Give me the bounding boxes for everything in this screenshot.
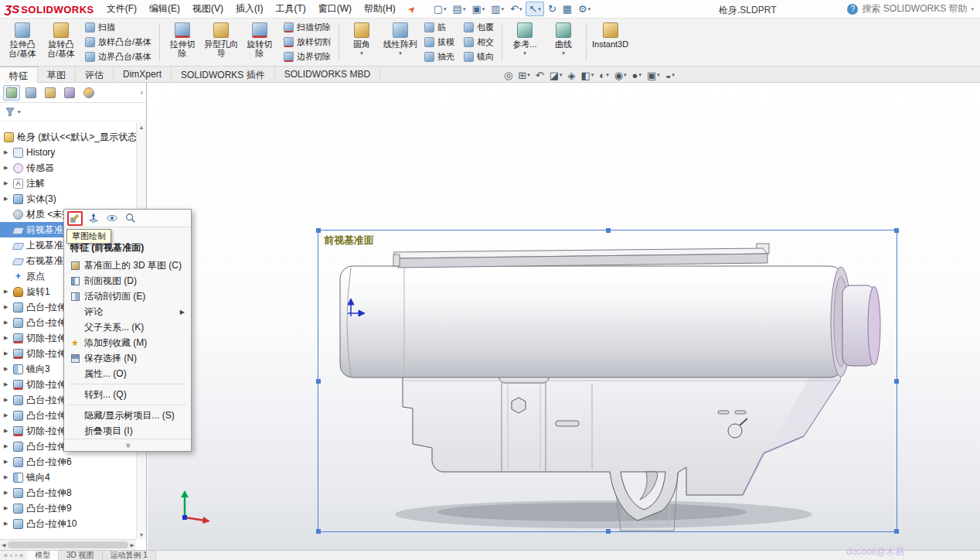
- select-arrow-icon[interactable]: ↖▾: [526, 2, 543, 16]
- display-manager-tab[interactable]: [80, 85, 97, 101]
- fillet-button[interactable]: 圆角▾: [342, 20, 381, 64]
- filter-funnel-icon[interactable]: [5, 108, 15, 117]
- tab-features[interactable]: 特征: [0, 67, 38, 83]
- shell-button[interactable]: 抽壳: [424, 50, 454, 64]
- selection-handle[interactable]: [316, 529, 321, 534]
- feature-manager-tab[interactable]: [3, 85, 20, 101]
- file-properties-icon[interactable]: ▦: [560, 2, 574, 15]
- menu-tools[interactable]: 工具(T): [269, 0, 311, 18]
- selection-handle[interactable]: [606, 228, 611, 233]
- tree-item-boss-extrude6[interactable]: ▶凸台-拉伸6: [0, 454, 136, 470]
- previous-view-icon[interactable]: ↶: [536, 70, 544, 81]
- dynamic-annotation-icon[interactable]: ◈: [567, 70, 575, 81]
- options-gear-icon[interactable]: ⚙▾: [576, 2, 593, 15]
- boundary-cut-button[interactable]: 边界切除: [284, 50, 331, 64]
- expand-arrow-icon[interactable]: ▶: [4, 350, 8, 357]
- expand-arrow-icon[interactable]: ▶: [4, 428, 8, 434]
- sweep-button[interactable]: 扫描: [85, 21, 151, 35]
- zoom-area-icon[interactable]: ⊞▾: [518, 70, 529, 81]
- tab-addins[interactable]: SOLIDWORKS 插件: [172, 67, 275, 83]
- graphics-viewport[interactable]: 前视基准面: [148, 83, 980, 550]
- expand-arrow-icon[interactable]: ▶: [4, 490, 8, 496]
- menu-pin-icon[interactable]: ➤: [405, 2, 418, 15]
- expand-arrow-icon[interactable]: ▶: [4, 149, 8, 155]
- tab-motion-study[interactable]: 运动算例 1: [103, 551, 156, 560]
- selection-handle[interactable]: [894, 228, 899, 233]
- expand-arrow-icon[interactable]: ▶: [4, 459, 8, 465]
- tree-item-mirror4[interactable]: ▶镜向4: [0, 470, 136, 485]
- display-style-icon[interactable]: ◐▾: [599, 70, 608, 81]
- menu-file[interactable]: 文件(F): [100, 0, 143, 18]
- hole-wizard-button[interactable]: 异型孔向导: [202, 20, 240, 64]
- tab-evaluate[interactable]: 评估: [76, 67, 114, 83]
- menu-expand-button[interactable]: «: [64, 439, 191, 451]
- panel-expand-icon[interactable]: ›: [141, 88, 143, 97]
- menu-item-save-selection[interactable]: 保存选择 (N): [64, 350, 191, 366]
- scroll-down-icon[interactable]: ▼: [139, 532, 145, 538]
- expand-arrow-icon[interactable]: ▶: [4, 412, 8, 418]
- expand-arrow-icon[interactable]: ▶: [4, 180, 8, 186]
- dimxpert-manager-tab[interactable]: [61, 85, 78, 101]
- expand-arrow-icon[interactable]: ▶: [4, 304, 8, 310]
- edit-appearance-icon[interactable]: ●▾: [632, 70, 641, 81]
- view-settings-icon[interactable]: ◒▾: [665, 70, 675, 81]
- tree-root-part[interactable]: 枪身 (默认<<默认>_显示状态 1:: [0, 129, 136, 145]
- tree-item-boss-extrude8[interactable]: ▶凸台-拉伸8: [0, 485, 136, 500]
- zoom-fit-icon[interactable]: ◎: [504, 70, 512, 81]
- help-search[interactable]: ? 搜索 SOLIDWORKS 帮助 ▾: [847, 2, 974, 15]
- instant3d-button[interactable]: Instant3D: [590, 20, 631, 64]
- menu-item-add-to-favorites[interactable]: ★添加到收藏 (M): [64, 335, 191, 350]
- mirror-button[interactable]: 镜向: [464, 50, 494, 64]
- hide-eye-icon[interactable]: [104, 211, 120, 226]
- tab-sketch[interactable]: 草图: [38, 67, 76, 83]
- expand-arrow-icon[interactable]: ▶: [4, 521, 8, 527]
- expand-arrow-icon[interactable]: ▶: [4, 165, 8, 171]
- scroll-right-icon[interactable]: ▶: [131, 542, 134, 548]
- draft-button[interactable]: 拔模: [424, 36, 454, 50]
- new-document-icon[interactable]: ▢▾: [431, 2, 449, 15]
- extruded-cut-button[interactable]: 拉伸切除: [163, 20, 202, 64]
- selection-handle[interactable]: [606, 529, 611, 534]
- selection-handle[interactable]: [316, 379, 321, 384]
- menu-help[interactable]: 帮助(H): [358, 0, 402, 18]
- open-icon[interactable]: ▤▾: [451, 2, 468, 15]
- save-icon[interactable]: ▣▾: [469, 2, 487, 15]
- menu-item-properties[interactable]: 属性... (O): [64, 366, 191, 381]
- menu-item-hide-show-tree-items[interactable]: 隐藏/显示树项目... (S): [64, 408, 191, 423]
- tree-horizontal-scrollbar[interactable]: ◀ ▶: [0, 539, 136, 550]
- sketch-icon[interactable]: [67, 211, 83, 226]
- expand-arrow-icon[interactable]: ▶: [4, 335, 8, 341]
- configuration-manager-tab[interactable]: [42, 85, 59, 101]
- linear-pattern-button[interactable]: 线性阵列▾: [381, 20, 420, 64]
- help-icon[interactable]: ?: [847, 4, 858, 15]
- expand-arrow-icon[interactable]: ▶: [4, 196, 8, 202]
- menu-insert[interactable]: 插入(I): [230, 0, 269, 18]
- tree-item-solid-bodies[interactable]: ▶实体(3): [0, 191, 136, 207]
- expand-arrow-icon[interactable]: ▶: [4, 289, 8, 295]
- tab-3d-views[interactable]: 3D 视图: [59, 551, 103, 560]
- property-manager-tab[interactable]: [22, 85, 39, 101]
- expand-arrow-icon[interactable]: ▶: [4, 474, 8, 480]
- menu-item-live-section[interactable]: 活动剖切面 (E): [64, 289, 191, 304]
- expand-arrow-icon[interactable]: ▶: [4, 381, 8, 388]
- tab-mbd[interactable]: SOLIDWORKS MBD: [275, 67, 380, 83]
- filter-dropdown-icon[interactable]: ▾: [18, 109, 21, 115]
- expand-arrow-icon[interactable]: ▶: [4, 319, 8, 326]
- loft-button[interactable]: 放样凸台/基体: [85, 36, 151, 50]
- tree-item-boss-extrude9[interactable]: ▶凸台-拉伸9: [0, 500, 136, 516]
- boundary-boss-button[interactable]: 边界凸台/基体: [85, 50, 151, 64]
- menu-item-comment[interactable]: 评论▶: [64, 304, 191, 319]
- rebuild-icon[interactable]: ↻: [546, 2, 559, 15]
- section-view-icon[interactable]: ◪▾: [550, 70, 563, 81]
- nav-last-icon[interactable]: »: [19, 551, 23, 559]
- menu-edit[interactable]: 编辑(E): [143, 0, 186, 18]
- search-input[interactable]: 搜索 SOLIDWORKS 帮助: [862, 2, 967, 15]
- scrollbar-thumb[interactable]: [8, 541, 128, 548]
- undo-icon[interactable]: ↶▾: [508, 2, 524, 15]
- view-orientation-icon[interactable]: ◧▾: [580, 70, 594, 81]
- tab-dimxpert[interactable]: DimXpert: [114, 67, 172, 83]
- scroll-left-icon[interactable]: ◀: [2, 542, 5, 548]
- selection-handle[interactable]: [894, 379, 899, 384]
- menu-item-parent-child[interactable]: 父子关系... (K): [64, 319, 191, 335]
- tree-item-boss-extrude10[interactable]: ▶凸台-拉伸10: [0, 516, 136, 531]
